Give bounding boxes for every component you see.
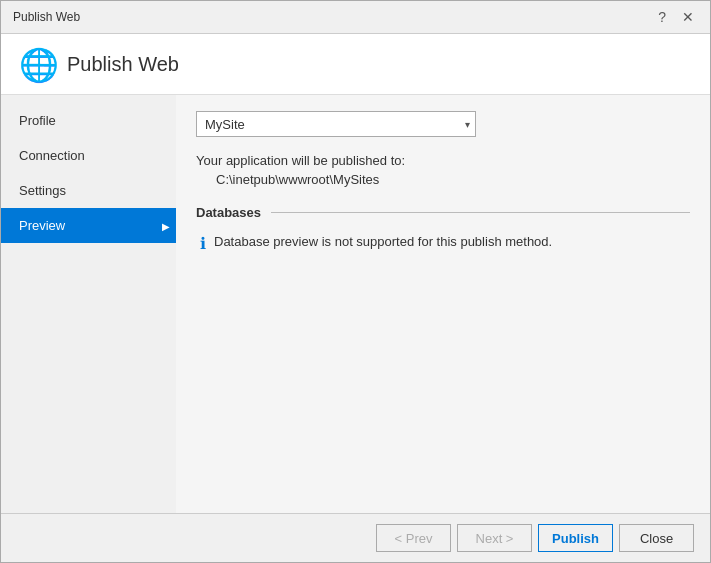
title-bar-left: Publish Web: [13, 10, 80, 24]
profile-select-row: MySite ▾: [196, 111, 690, 137]
publish-path: C:\inetpub\wwwroot\MySites: [216, 172, 690, 187]
title-bar-text: Publish Web: [13, 10, 80, 24]
info-icon: ℹ: [200, 234, 206, 253]
section-divider-line: [271, 212, 690, 213]
content-area: Profile Connection Settings Preview MySi…: [1, 95, 710, 513]
sidebar-item-settings[interactable]: Settings: [1, 173, 176, 208]
publish-button[interactable]: Publish: [538, 524, 613, 552]
globe-icon: 🌐: [19, 46, 55, 82]
prev-button[interactable]: < Prev: [376, 524, 451, 552]
databases-section-header: Databases: [196, 205, 690, 220]
title-bar-controls: ? ✕: [654, 9, 698, 25]
help-button[interactable]: ?: [654, 9, 670, 25]
close-window-button[interactable]: ✕: [678, 9, 698, 25]
sidebar: Profile Connection Settings Preview: [1, 95, 176, 513]
dialog-title: Publish Web: [67, 53, 179, 76]
sidebar-item-preview[interactable]: Preview: [1, 208, 176, 243]
sidebar-item-connection[interactable]: Connection: [1, 138, 176, 173]
databases-label: Databases: [196, 205, 261, 220]
close-button[interactable]: Close: [619, 524, 694, 552]
sidebar-item-profile[interactable]: Profile: [1, 103, 176, 138]
info-row: ℹ Database preview is not supported for …: [200, 234, 690, 253]
next-button[interactable]: Next >: [457, 524, 532, 552]
publish-to-label: Your application will be published to:: [196, 153, 690, 168]
profile-select-wrapper: MySite ▾: [196, 111, 476, 137]
profile-select[interactable]: MySite: [196, 111, 476, 137]
info-message: Database preview is not supported for th…: [214, 234, 552, 249]
footer: < Prev Next > Publish Close: [1, 513, 710, 562]
publish-web-dialog: Publish Web ? ✕ 🌐 Publish Web Profile Co…: [0, 0, 711, 563]
main-content: MySite ▾ Your application will be publis…: [176, 95, 710, 513]
header-section: 🌐 Publish Web: [1, 34, 710, 95]
title-bar: Publish Web ? ✕: [1, 1, 710, 34]
